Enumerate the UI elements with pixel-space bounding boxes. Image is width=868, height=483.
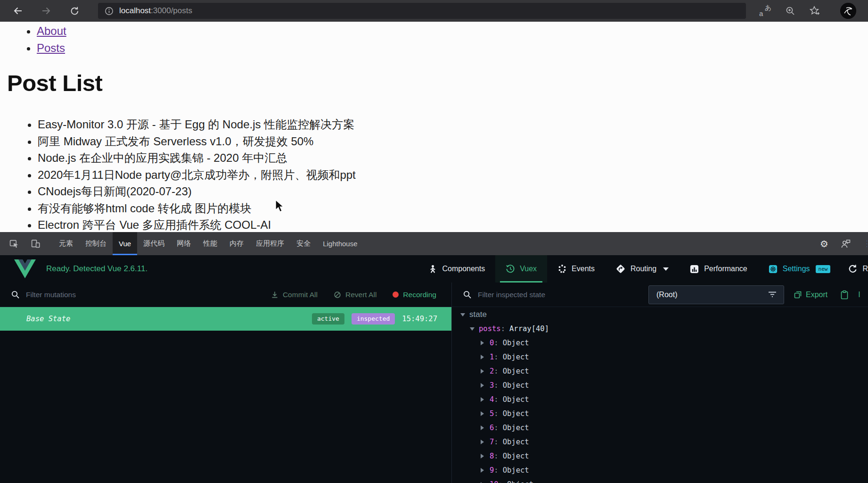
state-tree-item-0[interactable]: 0:Object	[452, 336, 868, 350]
state-tree-item-2[interactable]: 2:Object	[452, 364, 868, 378]
info-icon[interactable]	[105, 7, 114, 16]
devtools-tab-性能[interactable]: 性能	[197, 232, 223, 255]
devtools-tab-安全[interactable]: 安全	[290, 232, 317, 255]
commit-all-button[interactable]: Commit All	[271, 291, 318, 299]
events-icon	[557, 264, 567, 274]
item-key: 9	[490, 466, 494, 475]
mouse-cursor	[275, 200, 287, 215]
badge-active: active	[312, 313, 344, 325]
devtools-tab-内存[interactable]: 内存	[223, 232, 250, 255]
devtools-tab-lighthouse[interactable]: Lighthouse	[317, 232, 363, 255]
post-list: Easy-Monitor 3.0 开源 - 基于 Egg 的 Node.js 性…	[0, 116, 356, 232]
state-tree-item-6[interactable]: 6:Object	[452, 421, 868, 435]
vue-status-text: Ready. Detected Vue 2.6.11.	[46, 264, 147, 274]
collapse-arrow-icon[interactable]	[460, 313, 465, 316]
expand-arrow-icon[interactable]	[481, 383, 484, 388]
state-tree-item-8[interactable]: 8:Object	[452, 449, 868, 463]
address-bar[interactable]: localhost:3000/posts	[98, 3, 746, 19]
expand-arrow-icon[interactable]	[481, 397, 484, 402]
item-key: 8	[490, 452, 494, 460]
page-title: Post List	[7, 69, 102, 97]
vue-tab-settings[interactable]: Settingsnew	[758, 255, 841, 283]
vuex-panel: Commit All Revert All Recording Base Sta…	[0, 283, 868, 483]
expand-arrow-icon[interactable]	[481, 355, 484, 359]
clipboard-icon	[840, 290, 849, 300]
state-tree-item-7[interactable]: 7:Object	[452, 435, 868, 449]
devtools-tab-应用程序[interactable]: 应用程序	[250, 232, 290, 255]
more-options-icon[interactable]: ⋮	[863, 239, 867, 249]
collapse-arrow-icon[interactable]	[470, 327, 475, 331]
refresh-vue-icon[interactable]	[848, 264, 858, 274]
posts-type: Array[40]	[509, 325, 549, 333]
devtools-tab-控制台[interactable]: 控制台	[79, 232, 113, 255]
post-item: 有没有能够将html code 转化成 图片的模块	[38, 200, 356, 217]
expand-arrow-icon[interactable]	[481, 341, 484, 345]
state-tree-children: 0:Object1:Object2:Object3:Object4:Object…	[452, 336, 868, 483]
state-tree-item-4[interactable]: 4:Object	[452, 392, 868, 407]
vue-refresh[interactable]: R	[848, 264, 868, 274]
revert-all-button[interactable]: Revert All	[334, 291, 377, 299]
devtools-tab-元素[interactable]: 元素	[53, 232, 79, 255]
inspected-state-filter-input[interactable]	[478, 291, 596, 299]
vue-tab-events[interactable]: Events	[547, 255, 605, 283]
feedback-icon[interactable]	[841, 239, 851, 249]
devtools-settings-gear-icon[interactable]: ⚙	[820, 239, 828, 249]
mutations-panel: Commit All Revert All Recording Base Sta…	[0, 283, 452, 483]
forward-icon[interactable]	[41, 5, 52, 17]
devtools-tab-源代码[interactable]: 源代码	[137, 232, 171, 255]
post-item: Electron 跨平台 Vue 多应用插件系统 COOL-AI	[38, 217, 356, 232]
state-tree-root[interactable]: state	[452, 308, 868, 322]
search-icon	[463, 291, 471, 299]
nav-link-about[interactable]: About	[37, 25, 66, 37]
item-value: Object	[507, 480, 533, 483]
device-toolbar-icon[interactable]	[25, 232, 46, 255]
import-button[interactable]: I	[840, 290, 860, 300]
expand-arrow-icon[interactable]	[481, 369, 484, 374]
base-state-time: 15:49:27	[402, 315, 437, 323]
item-key: 6	[490, 424, 494, 432]
nav-item: Posts	[37, 40, 66, 57]
refresh-icon[interactable]	[69, 5, 80, 17]
expand-arrow-icon[interactable]	[481, 425, 484, 430]
translate-icon[interactable]	[759, 5, 771, 17]
zoom-icon[interactable]	[785, 5, 796, 17]
favorites-star-icon[interactable]	[809, 5, 820, 17]
performance-icon	[689, 264, 699, 274]
devtools-tab-网络[interactable]: 网络	[171, 232, 197, 255]
expand-arrow-icon[interactable]	[481, 411, 484, 416]
vue-tab-routing[interactable]: Routing	[605, 255, 679, 283]
item-key: 5	[490, 409, 494, 418]
vue-tab-components[interactable]: Components	[418, 255, 495, 283]
state-tree-item-1[interactable]: 1:Object	[452, 350, 868, 364]
mutations-filter-input[interactable]	[26, 291, 167, 299]
state-tree-item-10[interactable]: 10:Object	[452, 477, 868, 483]
expand-arrow-icon[interactable]	[481, 468, 484, 473]
devtools-tabbar: 元素控制台Vue源代码网络性能内存应用程序安全Lighthouse ⚙ ⋮	[0, 232, 868, 255]
back-icon[interactable]	[12, 5, 24, 17]
expand-arrow-icon[interactable]	[481, 454, 484, 458]
url-host: localhost	[119, 6, 151, 15]
item-value: Object	[503, 452, 529, 460]
export-button[interactable]: Export	[794, 291, 827, 299]
nav-link-posts[interactable]: Posts	[37, 42, 65, 54]
settings-icon	[768, 264, 778, 274]
state-tree-item-5[interactable]: 5:Object	[452, 407, 868, 421]
item-value: Object	[503, 466, 529, 475]
recording-toggle[interactable]: Recording	[393, 291, 436, 299]
vue-tab-performance[interactable]: Performance	[679, 255, 758, 283]
scope-selector[interactable]: (Root)	[648, 285, 784, 304]
state-tree-item-3[interactable]: 3:Object	[452, 378, 868, 392]
item-value: Object	[503, 339, 529, 347]
avatar[interactable]	[840, 3, 856, 19]
devtools-tab-vue[interactable]: Vue	[113, 232, 137, 255]
browser-toolbar: localhost:3000/posts	[0, 0, 868, 22]
inspect-element-icon[interactable]	[3, 232, 25, 255]
vue-tab-vuex[interactable]: Vuex	[495, 255, 547, 283]
item-value: Object	[503, 367, 529, 375]
base-state-row[interactable]: Base State activeinspected 15:49:27	[0, 307, 451, 331]
devtools-tabbar-right: ⚙ ⋮	[820, 232, 868, 255]
expand-arrow-icon[interactable]	[481, 440, 484, 444]
state-tree-posts[interactable]: posts:Array[40]	[452, 322, 868, 336]
state-tree-item-9[interactable]: 9:Object	[452, 463, 868, 477]
chevron-down-icon	[663, 267, 669, 271]
